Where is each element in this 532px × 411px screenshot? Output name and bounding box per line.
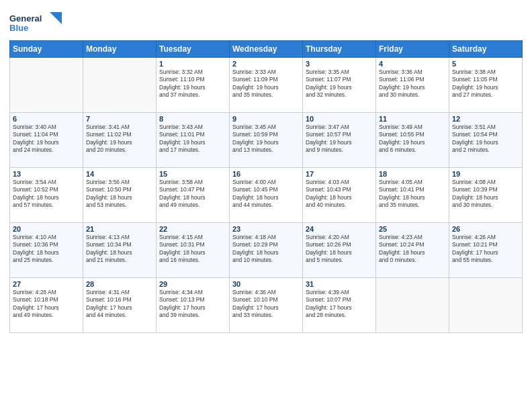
day-info: Sunrise: 3:54 AMSunset: 10:52 PMDaylight…	[13, 179, 80, 210]
day-info: Sunrise: 4:05 AMSunset: 10:41 PMDaylight…	[379, 179, 446, 210]
day-info: Sunrise: 4:18 AMSunset: 10:29 PMDaylight…	[232, 234, 300, 265]
day-number: 7	[86, 115, 153, 123]
day-number: 5	[452, 60, 519, 68]
day-number: 31	[306, 280, 373, 288]
calendar-cell	[83, 58, 157, 113]
day-info: Sunrise: 4:15 AMSunset: 10:31 PMDaylight…	[159, 234, 226, 265]
day-info: Sunrise: 3:43 AMSunset: 11:01 PMDaylight…	[159, 124, 226, 154]
day-info: Sunrise: 4:36 AMSunset: 10:10 PMDaylight…	[232, 289, 300, 320]
calendar-cell: 26Sunrise: 4:26 AMSunset: 10:21 PMDaylig…	[449, 223, 523, 278]
day-number: 23	[232, 225, 300, 233]
page: General Blue SundayMondayTuesdayWednesda…	[0, 0, 532, 411]
calendar-cell: 12Sunrise: 3:51 AMSunset: 10:54 PMDaylig…	[449, 113, 523, 168]
svg-text:Blue: Blue	[9, 23, 28, 33]
calendar-cell: 3Sunrise: 3:35 AMSunset: 11:07 PMDayligh…	[303, 58, 376, 113]
day-info: Sunrise: 3:35 AMSunset: 11:07 PMDaylight…	[306, 68, 373, 99]
calendar-cell	[376, 278, 449, 333]
day-number: 30	[232, 280, 300, 288]
calendar-cell: 7Sunrise: 3:41 AMSunset: 11:02 PMDayligh…	[83, 113, 157, 168]
calendar-cell: 25Sunrise: 4:23 AMSunset: 10:24 PMDaylig…	[376, 223, 449, 278]
calendar-cell: 29Sunrise: 4:34 AMSunset: 10:13 PMDaylig…	[157, 278, 230, 333]
calendar-cell: 22Sunrise: 4:15 AMSunset: 10:31 PMDaylig…	[157, 223, 230, 278]
weekday-header-row: SundayMondayTuesdayWednesdayThursdayFrid…	[10, 41, 523, 58]
calendar-cell: 17Sunrise: 4:03 AMSunset: 10:43 PMDaylig…	[303, 168, 376, 223]
day-info: Sunrise: 4:26 AMSunset: 10:21 PMDaylight…	[452, 234, 519, 265]
day-number: 17	[306, 170, 373, 178]
day-number: 12	[452, 115, 519, 123]
calendar-cell	[10, 58, 83, 113]
day-number: 6	[13, 115, 80, 123]
day-info: Sunrise: 4:00 AMSunset: 10:45 PMDaylight…	[232, 179, 300, 210]
day-info: Sunrise: 4:39 AMSunset: 10:07 PMDaylight…	[306, 289, 373, 320]
calendar-cell: 5Sunrise: 3:38 AMSunset: 11:05 PMDayligh…	[449, 58, 523, 113]
header-tuesday: Tuesday	[157, 41, 230, 58]
day-info: Sunrise: 4:34 AMSunset: 10:13 PMDaylight…	[159, 289, 226, 320]
day-number: 3	[306, 60, 373, 68]
day-info: Sunrise: 3:32 AMSunset: 11:10 PMDaylight…	[159, 68, 226, 99]
logo: General Blue	[9, 9, 70, 36]
calendar-cell: 21Sunrise: 4:13 AMSunset: 10:34 PMDaylig…	[83, 223, 157, 278]
day-number: 20	[13, 225, 80, 233]
day-info: Sunrise: 4:03 AMSunset: 10:43 PMDaylight…	[306, 179, 373, 210]
header-wednesday: Wednesday	[230, 41, 303, 58]
day-number: 29	[159, 280, 226, 288]
day-info: Sunrise: 3:41 AMSunset: 11:02 PMDaylight…	[86, 124, 153, 154]
day-info: Sunrise: 3:40 AMSunset: 11:04 PMDaylight…	[13, 124, 80, 154]
week-row-1: 1Sunrise: 3:32 AMSunset: 11:10 PMDayligh…	[10, 58, 523, 113]
day-number: 14	[86, 170, 153, 178]
calendar-cell: 27Sunrise: 4:28 AMSunset: 10:18 PMDaylig…	[10, 278, 83, 333]
calendar-table: SundayMondayTuesdayWednesdayThursdayFrid…	[9, 40, 523, 333]
calendar-cell: 20Sunrise: 4:10 AMSunset: 10:36 PMDaylig…	[10, 223, 83, 278]
calendar-cell: 2Sunrise: 3:33 AMSunset: 11:09 PMDayligh…	[230, 58, 303, 113]
day-number: 19	[452, 170, 519, 178]
day-number: 28	[86, 280, 153, 288]
header-monday: Monday	[83, 41, 157, 58]
day-info: Sunrise: 3:36 AMSunset: 11:06 PMDaylight…	[379, 68, 446, 99]
day-number: 15	[159, 170, 226, 178]
calendar-cell: 24Sunrise: 4:20 AMSunset: 10:26 PMDaylig…	[303, 223, 376, 278]
day-info: Sunrise: 3:38 AMSunset: 11:05 PMDaylight…	[452, 68, 519, 99]
day-number: 26	[452, 225, 519, 233]
svg-marker-0	[50, 12, 62, 24]
header: General Blue	[9, 7, 523, 36]
calendar-cell: 15Sunrise: 3:58 AMSunset: 10:47 PMDaylig…	[157, 168, 230, 223]
day-number: 22	[159, 225, 226, 233]
day-info: Sunrise: 3:58 AMSunset: 10:47 PMDaylight…	[159, 179, 226, 210]
day-number: 11	[379, 115, 446, 123]
day-info: Sunrise: 3:49 AMSunset: 10:55 PMDaylight…	[379, 124, 446, 154]
week-row-4: 20Sunrise: 4:10 AMSunset: 10:36 PMDaylig…	[10, 223, 523, 278]
week-row-5: 27Sunrise: 4:28 AMSunset: 10:18 PMDaylig…	[10, 278, 523, 333]
calendar-cell	[449, 278, 523, 333]
day-number: 13	[13, 170, 80, 178]
day-info: Sunrise: 3:45 AMSunset: 10:59 PMDaylight…	[232, 124, 300, 154]
day-info: Sunrise: 4:13 AMSunset: 10:34 PMDaylight…	[86, 234, 153, 265]
calendar-cell: 1Sunrise: 3:32 AMSunset: 11:10 PMDayligh…	[157, 58, 230, 113]
header-sunday: Sunday	[10, 41, 83, 58]
day-info: Sunrise: 4:23 AMSunset: 10:24 PMDaylight…	[379, 234, 446, 265]
day-info: Sunrise: 3:51 AMSunset: 10:54 PMDaylight…	[452, 124, 519, 154]
calendar-cell: 8Sunrise: 3:43 AMSunset: 11:01 PMDayligh…	[157, 113, 230, 168]
calendar-cell: 23Sunrise: 4:18 AMSunset: 10:29 PMDaylig…	[230, 223, 303, 278]
day-number: 1	[159, 60, 226, 68]
calendar-cell: 18Sunrise: 4:05 AMSunset: 10:41 PMDaylig…	[376, 168, 449, 223]
day-info: Sunrise: 3:47 AMSunset: 10:57 PMDaylight…	[306, 124, 373, 154]
general-blue-logo-svg: General Blue	[9, 9, 70, 36]
calendar-cell: 6Sunrise: 3:40 AMSunset: 11:04 PMDayligh…	[10, 113, 83, 168]
header-thursday: Thursday	[303, 41, 376, 58]
header-saturday: Saturday	[449, 41, 523, 58]
day-info: Sunrise: 4:08 AMSunset: 10:39 PMDaylight…	[452, 179, 519, 210]
day-number: 27	[13, 280, 80, 288]
header-friday: Friday	[376, 41, 449, 58]
day-info: Sunrise: 4:10 AMSunset: 10:36 PMDaylight…	[13, 234, 80, 265]
day-number: 24	[306, 225, 373, 233]
calendar-cell: 28Sunrise: 4:31 AMSunset: 10:16 PMDaylig…	[83, 278, 157, 333]
calendar-cell: 13Sunrise: 3:54 AMSunset: 10:52 PMDaylig…	[10, 168, 83, 223]
calendar-cell: 4Sunrise: 3:36 AMSunset: 11:06 PMDayligh…	[376, 58, 449, 113]
day-info: Sunrise: 4:28 AMSunset: 10:18 PMDaylight…	[13, 289, 80, 320]
day-info: Sunrise: 4:20 AMSunset: 10:26 PMDaylight…	[306, 234, 373, 265]
week-row-2: 6Sunrise: 3:40 AMSunset: 11:04 PMDayligh…	[10, 113, 523, 168]
day-info: Sunrise: 3:56 AMSunset: 10:50 PMDaylight…	[86, 179, 153, 210]
calendar-cell: 9Sunrise: 3:45 AMSunset: 10:59 PMDayligh…	[230, 113, 303, 168]
day-number: 8	[159, 115, 226, 123]
calendar-cell: 11Sunrise: 3:49 AMSunset: 10:55 PMDaylig…	[376, 113, 449, 168]
